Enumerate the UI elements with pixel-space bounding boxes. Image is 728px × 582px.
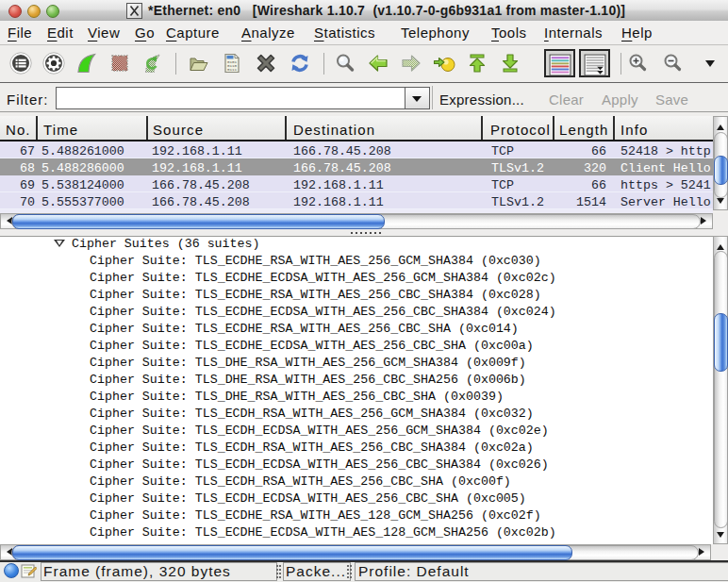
svg-text:0111: 0111	[227, 68, 238, 72]
